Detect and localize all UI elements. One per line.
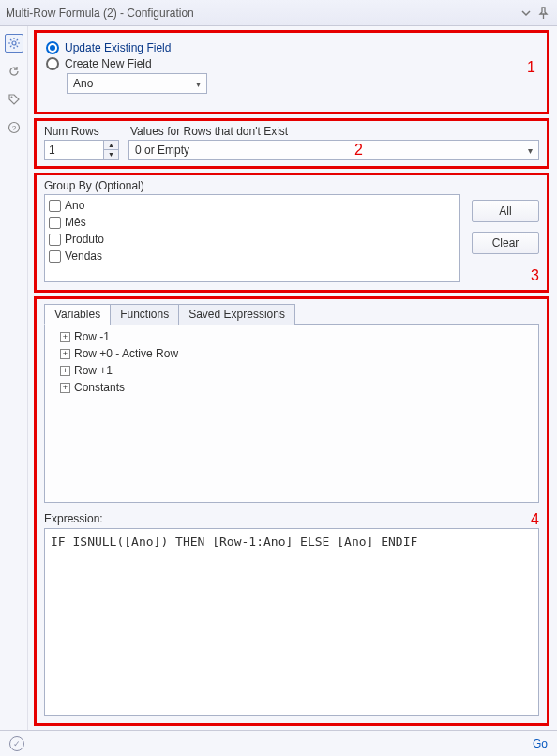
tree-item-label: Row -1 xyxy=(74,330,110,343)
tag-icon[interactable] xyxy=(5,90,23,109)
checkbox-icon[interactable] xyxy=(49,217,61,229)
spinner-up-icon[interactable]: ▲ xyxy=(104,141,118,150)
annotation-1: 1 xyxy=(527,59,535,76)
tree-item[interactable]: + Row +1 xyxy=(51,362,533,379)
values-header: Values for Rows that don't Exist xyxy=(130,125,288,138)
tab-functions[interactable]: Functions xyxy=(110,304,179,325)
expression-section: Variables Functions Saved Expressions + … xyxy=(34,296,549,726)
expand-icon[interactable]: + xyxy=(60,383,70,393)
titlebar: Multi-Row Formula (2) - Configuration xyxy=(0,0,557,26)
expression-input[interactable]: IF ISNULL([Ano]) THEN [Row-1:Ano] ELSE [… xyxy=(44,528,539,716)
go-link[interactable]: Go xyxy=(533,737,548,750)
create-new-radio-row[interactable]: Create New Field xyxy=(46,57,537,70)
chevron-down-icon: ▾ xyxy=(196,79,201,89)
checkbox-icon[interactable] xyxy=(49,250,61,263)
clear-button[interactable]: Clear xyxy=(472,232,539,254)
tree-item-label: Constants xyxy=(74,381,125,394)
tree-item[interactable]: + Row +0 - Active Row xyxy=(51,345,533,362)
checkbox-icon[interactable] xyxy=(49,200,61,212)
list-item[interactable]: Produto xyxy=(49,231,456,248)
numrows-value: 1 xyxy=(45,144,103,157)
pin-icon[interactable] xyxy=(534,5,551,22)
list-item-label: Vendas xyxy=(65,249,102,263)
list-item[interactable]: Mês xyxy=(49,214,456,231)
values-dropdown[interactable]: 0 or Empty 2 ▾ xyxy=(128,140,539,160)
tab-variables[interactable]: Variables xyxy=(44,304,111,325)
radio-unchecked-icon xyxy=(46,57,59,70)
svg-text:?: ? xyxy=(11,124,16,132)
tree-item[interactable]: + Row -1 xyxy=(51,328,533,345)
create-new-label: Create New Field xyxy=(65,57,152,70)
svg-point-0 xyxy=(12,41,16,45)
window-title: Multi-Row Formula (2) - Configuration xyxy=(6,7,194,20)
tree-item-label: Row +1 xyxy=(74,364,113,377)
expression-label: Expression: xyxy=(44,512,103,525)
expand-icon[interactable]: + xyxy=(60,349,70,359)
footer: ✓ Go xyxy=(0,730,557,756)
update-existing-radio-row[interactable]: Update Existing Field xyxy=(46,41,537,54)
tree-item[interactable]: + Constants xyxy=(51,379,533,396)
numrows-spinner[interactable]: ▲ ▼ xyxy=(103,141,118,159)
list-item[interactable]: Ano xyxy=(49,197,456,214)
list-item-label: Produto xyxy=(65,233,104,246)
list-item-label: Ano xyxy=(65,199,84,212)
numrows-header: Num Rows xyxy=(44,125,119,138)
svg-point-1 xyxy=(10,97,12,98)
config-panel: Update Existing Field Create New Field A… xyxy=(28,26,557,730)
gear-icon[interactable] xyxy=(5,34,23,53)
list-item[interactable]: Vendas xyxy=(49,248,456,265)
groupby-list[interactable]: Ano Mês Produto Vendas xyxy=(44,194,460,282)
variables-tree[interactable]: + Row -1 + Row +0 - Active Row + Row +1 … xyxy=(44,325,539,503)
all-button[interactable]: All xyxy=(472,200,539,222)
radio-checked-icon xyxy=(46,41,59,54)
groupby-section: Group By (Optional) Ano Mês Produto xyxy=(34,173,549,293)
expand-icon[interactable]: + xyxy=(60,332,70,342)
chevron-down-icon: ▾ xyxy=(528,145,533,156)
sidebar: ? xyxy=(0,26,28,730)
annotation-4: 4 xyxy=(531,511,539,528)
values-dropdown-value: 0 or Empty xyxy=(135,144,189,157)
field-select-value: Ano xyxy=(73,77,93,90)
refresh-icon[interactable] xyxy=(5,62,23,81)
tab-saved-expressions[interactable]: Saved Expressions xyxy=(178,304,295,325)
checkbox-icon[interactable] xyxy=(49,234,61,246)
status-ok-icon[interactable]: ✓ xyxy=(9,736,24,751)
expand-icon[interactable]: + xyxy=(60,366,70,376)
numrows-section: Num Rows Values for Rows that don't Exis… xyxy=(34,118,549,169)
numrows-input[interactable]: 1 ▲ ▼ xyxy=(44,140,119,160)
help-icon[interactable]: ? xyxy=(5,118,23,137)
list-item-label: Mês xyxy=(65,216,86,229)
annotation-2: 2 xyxy=(354,142,363,159)
field-select[interactable]: Ano ▾ xyxy=(67,73,207,94)
update-existing-label: Update Existing Field xyxy=(65,41,171,54)
groupby-label: Group By (Optional) xyxy=(44,179,539,192)
tree-item-label: Row +0 - Active Row xyxy=(74,347,178,360)
tabs: Variables Functions Saved Expressions xyxy=(44,303,539,325)
field-mode-section: Update Existing Field Create New Field A… xyxy=(34,30,549,114)
spinner-down-icon[interactable]: ▼ xyxy=(104,150,118,159)
annotation-3: 3 xyxy=(472,267,539,284)
collapse-icon[interactable] xyxy=(518,5,534,22)
